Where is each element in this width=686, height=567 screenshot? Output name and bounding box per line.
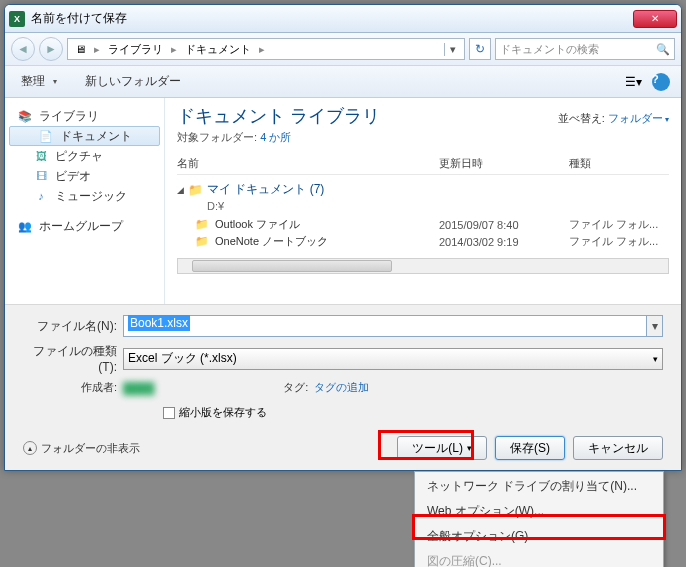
- back-button[interactable]: ◄: [11, 37, 35, 61]
- document-icon: 📄: [38, 128, 54, 144]
- cancel-button[interactable]: キャンセル: [573, 436, 663, 460]
- computer-icon: 🖥: [72, 43, 89, 55]
- file-group: ◢ 📁 マイ ドキュメント (7) D:¥ 📁 Outlook ファイル 201…: [177, 181, 669, 250]
- forward-button[interactable]: ►: [39, 37, 63, 61]
- video-icon: 🎞: [33, 168, 49, 184]
- filename-input[interactable]: Book1.xlsx: [123, 315, 647, 337]
- homegroup-icon: 👥: [17, 218, 33, 234]
- sidebar-item-documents[interactable]: 📄 ドキュメント: [9, 126, 160, 146]
- chevron-right-icon: ▸: [168, 43, 180, 56]
- breadcrumb-dropdown-icon[interactable]: ▾: [444, 43, 460, 56]
- help-button[interactable]: ?: [649, 71, 673, 93]
- horizontal-scrollbar[interactable]: [177, 258, 669, 274]
- group-header[interactable]: ◢ 📁 マイ ドキュメント (7): [177, 181, 669, 198]
- tag-add-link[interactable]: タグの追加: [314, 380, 369, 395]
- close-button[interactable]: ✕: [633, 10, 677, 28]
- library-icon: 📚: [17, 108, 33, 124]
- sort-dropdown[interactable]: フォルダー: [608, 112, 669, 124]
- sidebar-item-music[interactable]: ♪ ミュージック: [5, 186, 164, 206]
- collapse-icon: ▴: [23, 441, 37, 455]
- col-type[interactable]: 種類: [569, 156, 669, 171]
- tools-menu: ネットワーク ドライブの割り当て(N)... Web オプション(W)... 全…: [414, 471, 664, 567]
- author-label: 作成者:: [23, 380, 123, 395]
- group-path: D:¥: [177, 200, 669, 212]
- sidebar: 📚 ライブラリ 📄 ドキュメント 🖼 ピクチャ 🎞 ビデオ ♪ ミュージック: [5, 98, 165, 304]
- library-locations-link[interactable]: 4 か所: [260, 131, 291, 143]
- chevron-down-icon: ▾: [653, 354, 658, 364]
- menu-compress-pictures[interactable]: 図の圧縮(C)...: [417, 549, 661, 567]
- excel-icon: X: [9, 11, 25, 27]
- new-folder-button[interactable]: 新しいフォルダー: [77, 70, 189, 93]
- save-as-dialog: X 名前を付けて保存 ✕ ◄ ► 🖥 ▸ ライブラリ ▸ ドキュメント ▸ ▾ …: [4, 4, 682, 471]
- body-area: 📚 ライブラリ 📄 ドキュメント 🖼 ピクチャ 🎞 ビデオ ♪ ミュージック: [5, 98, 681, 304]
- thumbnail-row: 縮小版を保存する: [23, 405, 663, 420]
- folder-icon: 📁: [195, 235, 211, 248]
- column-headers: 名前 更新日時 種類: [177, 153, 669, 175]
- list-item[interactable]: 📁 OneNote ノートブック 2014/03/02 9:19 ファイル フォ…: [177, 233, 669, 250]
- sort-area: 並べ替え: フォルダー: [558, 111, 669, 126]
- filename-label: ファイル名(N):: [23, 318, 123, 335]
- scrollbar-thumb[interactable]: [192, 260, 392, 272]
- menu-general-options[interactable]: 全般オプション(G)...: [417, 524, 661, 549]
- filetype-select[interactable]: Excel ブック (*.xlsx) ▾: [123, 348, 663, 370]
- col-name[interactable]: 名前: [177, 156, 439, 171]
- search-icon[interactable]: 🔍: [656, 43, 670, 56]
- refresh-button[interactable]: ↻: [469, 38, 491, 60]
- titlebar: X 名前を付けて保存 ✕: [5, 5, 681, 33]
- folder-icon: 📁: [188, 183, 203, 197]
- breadcrumb-item[interactable]: ライブラリ: [105, 42, 166, 57]
- folder-icon: 📁: [195, 218, 211, 231]
- toolbar: 整理 新しいフォルダー ☰▾ ?: [5, 66, 681, 98]
- music-icon: ♪: [33, 188, 49, 204]
- form-area: ファイル名(N): Book1.xlsx ▾ ファイルの種類(T): Excel…: [5, 304, 681, 470]
- search-placeholder: ドキュメントの検索: [500, 42, 656, 57]
- window-title: 名前を付けて保存: [31, 10, 633, 27]
- library-subtext: 対象フォルダー: 4 か所: [177, 130, 669, 145]
- picture-icon: 🖼: [33, 148, 49, 164]
- sidebar-item-homegroup[interactable]: 👥 ホームグループ: [5, 216, 164, 236]
- hide-folders-toggle[interactable]: ▴ フォルダーの非表示: [23, 441, 140, 456]
- thumbnail-label: 縮小版を保存する: [179, 405, 267, 420]
- breadcrumb[interactable]: 🖥 ▸ ライブラリ ▸ ドキュメント ▸ ▾: [67, 38, 465, 60]
- chevron-right-icon: ▸: [256, 43, 268, 56]
- nav-bar: ◄ ► 🖥 ▸ ライブラリ ▸ ドキュメント ▸ ▾ ↻ ドキュメントの検索 🔍: [5, 33, 681, 66]
- menu-map-drive[interactable]: ネットワーク ドライブの割り当て(N)...: [417, 474, 661, 499]
- search-input[interactable]: ドキュメントの検索 🔍: [495, 38, 675, 60]
- file-list-pane: ドキュメント ライブラリ 並べ替え: フォルダー 対象フォルダー: 4 か所 名…: [165, 98, 681, 304]
- filename-dropdown-icon[interactable]: ▾: [647, 315, 663, 337]
- thumbnail-checkbox[interactable]: [163, 407, 175, 419]
- menu-web-options[interactable]: Web オプション(W)...: [417, 499, 661, 524]
- col-date[interactable]: 更新日時: [439, 156, 569, 171]
- sidebar-item-library[interactable]: 📚 ライブラリ: [5, 106, 164, 126]
- view-button[interactable]: ☰▾: [621, 71, 645, 93]
- chevron-right-icon: ▸: [91, 43, 103, 56]
- breadcrumb-item[interactable]: ドキュメント: [182, 42, 254, 57]
- author-value[interactable]: ████: [123, 382, 154, 394]
- sidebar-item-pictures[interactable]: 🖼 ピクチャ: [5, 146, 164, 166]
- library-title: ドキュメント ライブラリ: [177, 104, 380, 128]
- list-item[interactable]: 📁 Outlook ファイル 2015/09/07 8:40 ファイル フォル.…: [177, 216, 669, 233]
- sidebar-item-videos[interactable]: 🎞 ビデオ: [5, 166, 164, 186]
- organize-button[interactable]: 整理: [13, 70, 65, 93]
- tag-label: タグ:: [274, 380, 314, 395]
- filetype-label: ファイルの種類(T):: [23, 343, 123, 374]
- save-button[interactable]: 保存(S): [495, 436, 565, 460]
- collapse-icon[interactable]: ◢: [177, 185, 184, 195]
- tools-button[interactable]: ツール(L): [397, 436, 487, 460]
